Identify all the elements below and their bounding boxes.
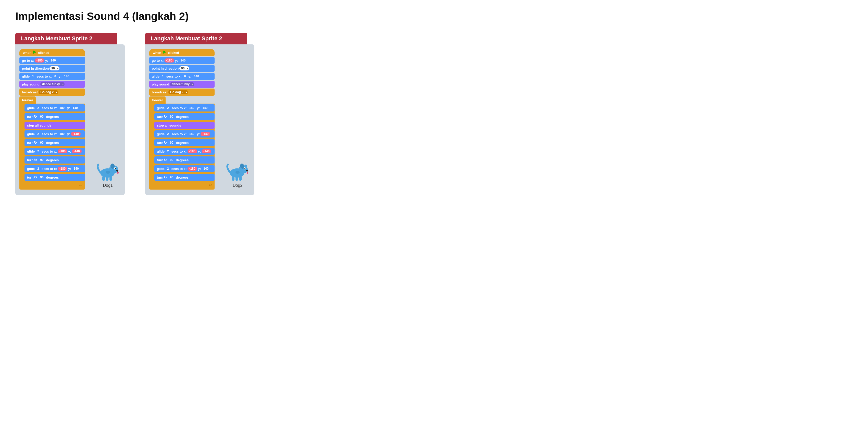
dog1-sprite: Dog1 [95,158,121,188]
turn-icon-1b: ↻ [34,141,37,145]
forever-inner-2: glide 2 secs to x: 180 y: 140 turn [149,103,215,182]
clicked-label-1: clicked [38,51,49,55]
panels-container: Langkah Membuat Sprite 2 when clicked go… [15,33,853,195]
glide-x-val-1: 0 [53,74,58,78]
flag-icon-2 [162,50,167,55]
svg-point-23 [236,171,240,174]
panel2-body: when clicked go to x: -180 y: 140 [145,44,255,195]
glide-1-val-2: 1 [160,74,165,78]
svg-rect-8 [102,176,105,181]
dog2-sprite: Dog2 [225,158,250,188]
val-neg180-1: -180 [35,58,44,63]
panel1-header: Langkah Membuat Sprite 2 [15,33,117,44]
panel1-blocks: when clicked go to x: -180 y: 140 [20,49,85,190]
forever-block-1: forever glide 2 secs to x: 180 y: [20,96,85,190]
turn-icon-2d: ↻ [164,175,167,179]
block-goto-1: go to x: -180 y: 140 [20,57,85,64]
block-turn2-2: turn ↻ 90 degrees [154,139,215,146]
dir-dropdown-1[interactable]: 90 [50,66,59,70]
when-label-2: when [153,51,161,55]
forever-container-2: glide 2 secs to x: 180 y: 140 turn [149,103,215,190]
forever-footer-2: ↩ [149,182,215,188]
sound-dropdown-2[interactable]: dance funky [170,82,194,86]
block-turn1-1: turn ↻ 90 degrees [25,113,85,120]
dog2-svg [225,158,250,181]
dir-dropdown-2[interactable]: 90 [179,66,189,70]
svg-point-24 [244,164,247,167]
block-turn4-1: turn ↻ 90 degrees [25,174,85,181]
svg-rect-20 [232,176,235,181]
block-playsound-1: play sound dance funky [20,81,85,88]
glide-x-val-2: 0 [182,74,188,78]
block-broadcast-1: broadcast Go dog 2 [20,89,85,96]
block-turn1-2: turn ↻ 90 degrees [154,113,215,120]
svg-point-5 [115,168,116,169]
block-glide2d-2: glide 2 secs to x: -180 y: 140 [154,165,215,172]
panel1-body: when clicked go to x: -180 y: 140 [15,44,125,195]
block-when-clicked-1: when clicked [20,49,85,56]
block-stopallsounds-2: stop all sounds [154,122,215,129]
block-glide2d-1: glide 2 secs to x: -180 y: 140 [25,165,85,172]
panel2: Langkah Membuat Sprite 2 when clicked go… [145,33,255,195]
turn-icon-1d: ↻ [34,175,37,179]
forever-header-2: forever [149,96,165,103]
glide-1-val-1: 1 [30,74,36,78]
panel2-sprite-row: when clicked go to x: -180 y: 140 [149,49,251,190]
forever-container-1: glide 2 secs to x: 180 y: 140 turn [20,103,85,190]
page-title: Implementasi Sound 4 (langkah 2) [15,10,853,23]
val-neg180-2: -180 [164,58,174,63]
turn-icon-2a: ↻ [164,115,167,119]
panel1: Langkah Membuat Sprite 2 when clicked go… [15,33,125,195]
dog1-label: Dog1 [103,183,113,188]
broadcast-dropdown-1[interactable]: Go dog 2 [38,90,58,94]
svg-marker-12 [163,51,166,54]
svg-rect-9 [106,176,108,181]
turn-icon-2c: ↻ [164,158,167,162]
block-glide2b-1: glide 2 secs to x: 180 y: -140 [25,130,85,137]
svg-point-6 [116,170,118,171]
panel2-header: Langkah Membuat Sprite 2 [145,33,247,44]
svg-point-19 [247,172,248,174]
glide-y-val-1: 140 [62,74,71,78]
block-stopallsounds-1: stop all sounds [25,122,85,129]
block-glide2c-1: glide 2 secs to x: -180 y: -140 [25,148,85,155]
block-glide1-2: glide 1 secs to x: 0 y: 140 [149,73,215,80]
svg-rect-22 [239,176,242,181]
block-turn2-1: turn ↻ 90 degrees [25,139,85,146]
turn-icon-1a: ↻ [34,115,37,119]
turn-icon-2b: ↻ [164,141,167,145]
when-label-1: when [23,51,31,55]
svg-rect-21 [236,176,238,181]
glide-y-val-2: 140 [192,74,201,78]
forever-header-1: forever [20,96,36,103]
svg-point-11 [106,171,110,174]
block-glide2c-2: glide 2 secs to x: -180 y: -140 [154,148,215,155]
svg-rect-10 [110,176,112,181]
val-140-2: 140 [179,58,187,63]
block-glide2b-2: glide 2 secs to x: 180 y: -140 [154,130,215,137]
forever-arrow-1: ↩ [79,183,83,188]
broadcast-dropdown-2[interactable]: Go dog 2 [168,90,188,94]
forever-inner-1: glide 2 secs to x: 180 y: 140 turn [20,103,85,182]
svg-marker-0 [33,51,36,54]
val-140-1: 140 [49,58,58,63]
clicked-label-2: clicked [168,51,179,55]
svg-point-7 [117,172,119,174]
block-glide1-1: glide 1 secs to x: 0 y: 140 [20,73,85,80]
block-turn3-2: turn ↻ 90 degrees [154,156,215,163]
block-turn4-2: turn ↻ 90 degrees [154,174,215,181]
sound-dropdown-1[interactable]: dance funky [40,82,65,86]
block-point-1: point in direction 90 [20,65,85,72]
block-point-2: point in direction 90 [149,65,215,72]
forever-block-2: forever glide 2 secs to x: 180 y: [149,96,215,190]
svg-point-18 [246,170,248,171]
flag-icon-1 [32,50,37,55]
dog1-svg [95,158,121,181]
block-glide2a-1: glide 2 secs to x: 180 y: 140 [25,104,85,112]
block-glide2a-2: glide 2 secs to x: 180 y: 140 [154,104,215,112]
block-goto-2: go to x: -180 y: 140 [149,57,215,64]
panel2-blocks: when clicked go to x: -180 y: 140 [149,49,215,190]
turn-icon-1c: ↻ [34,158,37,162]
block-when-clicked-2: when clicked [149,49,215,56]
dog2-label: Dog2 [233,183,242,188]
